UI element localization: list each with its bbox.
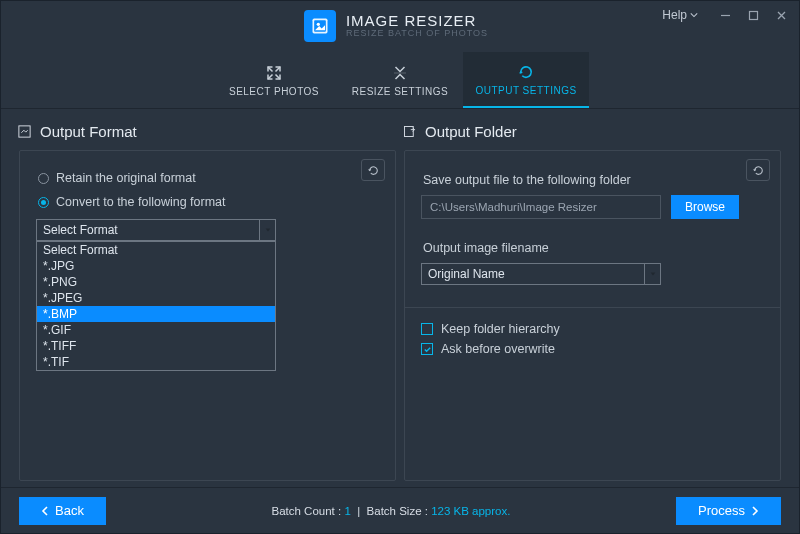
filename-select[interactable]: Original Name: [421, 263, 661, 285]
button-label: Back: [55, 503, 84, 518]
panel-title: Output Format: [40, 123, 137, 140]
reset-format-button[interactable]: [361, 159, 385, 181]
minimize-button[interactable]: [712, 4, 738, 26]
checkbox-icon: [421, 343, 433, 355]
dropdown-option[interactable]: Select Format: [37, 242, 275, 258]
tab-label: OUTPUT SETTINGS: [475, 85, 576, 96]
chevron-down-icon: [644, 264, 660, 284]
button-label: Process: [698, 503, 745, 518]
svg-rect-5: [405, 127, 414, 137]
tab-label: RESIZE SETTINGS: [352, 86, 448, 97]
window-controls: Help: [656, 4, 794, 26]
dropdown-option[interactable]: *.BMP: [37, 306, 275, 322]
app-logo-icon: [304, 10, 336, 42]
divider: [405, 307, 780, 308]
output-path-input[interactable]: C:\Users\Madhuri\Image Resizer: [421, 195, 661, 219]
radio-retain-original[interactable]: Retain the original format: [38, 171, 379, 185]
radio-icon: [38, 173, 49, 184]
svg-point-2: [317, 23, 320, 26]
select-value: Select Format: [37, 223, 259, 237]
format-select[interactable]: Select Format Select Format*.JPG*.PNG*.J…: [36, 219, 276, 241]
app-title: IMAGE RESIZER: [346, 13, 488, 30]
maximize-button[interactable]: [740, 4, 766, 26]
svg-rect-3: [749, 11, 757, 19]
process-button[interactable]: Process: [676, 497, 781, 525]
radio-label: Retain the original format: [56, 171, 196, 185]
radio-icon: [38, 197, 49, 208]
title-bar: IMAGE RESIZER RESIZE BATCH OF PHOTOS Hel…: [1, 1, 799, 51]
app-window: IMAGE RESIZER RESIZE BATCH OF PHOTOS Hel…: [0, 0, 800, 534]
output-format-panel: Output Format Retain the original format…: [15, 119, 400, 481]
dropdown-option[interactable]: *.TIF: [37, 354, 275, 370]
checkbox-label: Keep folder hierarchy: [441, 322, 560, 336]
checkbox-label: Ask before overwrite: [441, 342, 555, 356]
close-button[interactable]: [768, 4, 794, 26]
brand: IMAGE RESIZER RESIZE BATCH OF PHOTOS: [304, 10, 488, 42]
back-button[interactable]: Back: [19, 497, 106, 525]
dropdown-option[interactable]: *.GIF: [37, 322, 275, 338]
tab-resize-settings[interactable]: RESIZE SETTINGS: [337, 52, 463, 108]
dropdown-option[interactable]: *.TIFF: [37, 338, 275, 354]
panel-title: Output Folder: [425, 123, 517, 140]
undo-icon: [752, 164, 765, 177]
help-label: Help: [662, 8, 687, 22]
format-icon: [17, 124, 32, 139]
tab-label: SELECT PHOTOS: [229, 86, 319, 97]
dropdown-option[interactable]: *.JPG: [37, 258, 275, 274]
batch-count-value: 1: [344, 505, 350, 517]
batch-size-label: Batch Size :: [367, 505, 428, 517]
browse-button[interactable]: Browse: [671, 195, 739, 219]
dropdown-option[interactable]: *.JPEG: [37, 290, 275, 306]
folder-export-icon: [402, 124, 417, 139]
chevron-down-icon: [690, 11, 698, 19]
checkbox-keep-hierarchy[interactable]: Keep folder hierarchy: [421, 322, 764, 336]
chevron-right-icon: [751, 506, 759, 516]
status-text: Batch Count : 1 | Batch Size : 123 KB ap…: [272, 505, 511, 517]
batch-size-value: 123 KB approx.: [431, 505, 510, 517]
tab-select-photos[interactable]: SELECT PHOTOS: [211, 52, 337, 108]
output-folder-panel: Output Folder Save output file to the fo…: [400, 119, 785, 481]
filename-label: Output image filename: [423, 241, 764, 255]
dropdown-option[interactable]: *.PNG: [37, 274, 275, 290]
chevron-left-icon: [41, 506, 49, 516]
refresh-icon: [517, 63, 535, 81]
chevron-down-icon: [259, 220, 275, 240]
checkbox-ask-overwrite[interactable]: Ask before overwrite: [421, 342, 764, 356]
step-tabs: SELECT PHOTOS RESIZE SETTINGS OUTPUT SET…: [1, 51, 799, 109]
tab-output-settings[interactable]: OUTPUT SETTINGS: [463, 52, 589, 108]
radio-label: Convert to the following format: [56, 195, 226, 209]
help-menu[interactable]: Help: [656, 4, 704, 26]
output-path-value: C:\Users\Madhuri\Image Resizer: [430, 201, 597, 213]
undo-icon: [367, 164, 380, 177]
radio-convert-format[interactable]: Convert to the following format: [38, 195, 379, 209]
app-subtitle: RESIZE BATCH OF PHOTOS: [346, 29, 488, 39]
content-area: Output Format Retain the original format…: [1, 109, 799, 487]
footer-bar: Back Batch Count : 1 | Batch Size : 123 …: [1, 487, 799, 533]
format-dropdown: Select Format*.JPG*.PNG*.JPEG*.BMP*.GIF*…: [36, 241, 276, 371]
select-value: Original Name: [422, 267, 644, 281]
batch-count-label: Batch Count :: [272, 505, 342, 517]
reset-folder-button[interactable]: [746, 159, 770, 181]
expand-arrows-icon: [265, 64, 283, 82]
checkbox-icon: [421, 323, 433, 335]
save-folder-label: Save output file to the following folder: [423, 173, 764, 187]
resize-icon: [391, 64, 409, 82]
